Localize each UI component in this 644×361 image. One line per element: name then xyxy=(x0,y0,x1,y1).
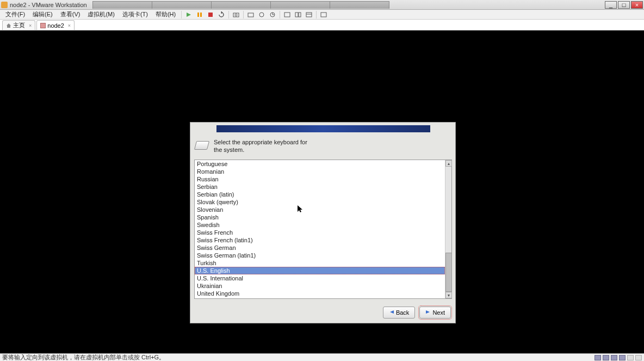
keyboard-option[interactable]: Spanish xyxy=(195,213,445,221)
bg-tab xyxy=(92,1,152,9)
keyboard-option[interactable]: Serbian xyxy=(195,183,445,191)
tabstrip: 主页 × node2 × xyxy=(0,20,644,30)
scroll-down-button[interactable]: ▼ xyxy=(445,292,452,298)
pause-icon[interactable] xyxy=(195,10,204,19)
svg-marker-18 xyxy=(426,310,430,314)
svg-rect-11 xyxy=(295,13,298,17)
keyboard-option[interactable]: Swedish xyxy=(195,221,445,229)
svg-rect-15 xyxy=(321,13,326,17)
svg-rect-12 xyxy=(299,13,301,17)
menu-vm[interactable]: 虚拟机(M) xyxy=(84,10,118,19)
keyboard-option[interactable]: Turkish xyxy=(195,259,445,267)
svg-rect-13 xyxy=(306,13,312,17)
tab-node2[interactable]: node2 × xyxy=(36,20,75,30)
keyboard-option[interactable]: Russian xyxy=(195,175,445,183)
unity-icon[interactable] xyxy=(294,10,302,19)
scroll-up-button[interactable]: ▲ xyxy=(445,160,452,167)
close-icon[interactable]: × xyxy=(29,23,32,28)
snapshot-revert-icon[interactable] xyxy=(257,10,266,19)
keyboard-option[interactable]: Slovak (qwerty) xyxy=(195,198,445,206)
menu-file[interactable]: 文件(F) xyxy=(2,10,28,19)
background-taskbar-tabs xyxy=(92,1,389,9)
tab-node2-label: node2 xyxy=(47,22,64,29)
svg-rect-10 xyxy=(284,13,290,17)
window-titlebar: node2 - VMware Workstation _ □ × xyxy=(0,0,644,10)
window-close-button[interactable]: × xyxy=(631,1,643,9)
arrow-right-icon xyxy=(425,309,431,316)
tab-home[interactable]: 主页 × xyxy=(2,20,35,30)
stop-icon[interactable] xyxy=(206,10,215,19)
installer-banner xyxy=(216,125,430,132)
svg-rect-2 xyxy=(200,13,202,17)
keyboard-option[interactable]: Portuguese xyxy=(195,160,445,168)
svg-marker-4 xyxy=(221,11,222,14)
keyboard-option[interactable]: Swiss German (latin1) xyxy=(195,252,445,259)
bg-tab xyxy=(270,1,330,9)
snapshot-manager-icon[interactable] xyxy=(268,10,277,19)
keyboard-option[interactable]: Slovenian xyxy=(195,206,445,213)
snapshot-icon[interactable] xyxy=(232,10,240,19)
window-maximize-button[interactable]: □ xyxy=(618,1,630,9)
vm-console[interactable]: Select the appropriate keyboard for the … xyxy=(0,30,644,354)
snapshot-take-icon[interactable] xyxy=(246,10,255,19)
console-view-icon[interactable] xyxy=(305,10,313,19)
tray-usb-icon[interactable] xyxy=(619,355,626,360)
keyboard-option[interactable]: Serbian (latin) xyxy=(195,191,445,198)
svg-marker-17 xyxy=(390,310,394,314)
keyboard-option[interactable]: Swiss French (latin1) xyxy=(195,236,445,244)
menu-view[interactable]: 查看(V) xyxy=(57,10,84,19)
arrow-left-icon xyxy=(389,309,394,316)
statusbar-message: 要将输入定向到该虚拟机，请在虚拟机内部单击或按 Ctrl+G。 xyxy=(2,353,165,361)
window-title: node2 - VMware Workstation xyxy=(10,2,87,8)
tray-hdd-icon[interactable] xyxy=(595,355,601,360)
keyboard-option[interactable]: U.S. International xyxy=(195,274,445,282)
fullscreen-icon[interactable] xyxy=(283,10,292,19)
tray-network-icon[interactable] xyxy=(611,355,617,360)
svg-rect-3 xyxy=(208,13,213,17)
statusbar: 要将输入定向到该虚拟机，请在虚拟机内部单击或按 Ctrl+G。 xyxy=(0,353,644,361)
tray-sound-icon[interactable] xyxy=(627,355,634,360)
home-icon xyxy=(6,23,11,28)
back-button-label: Back xyxy=(396,309,409,316)
app-icon xyxy=(1,2,8,8)
back-button[interactable]: Back xyxy=(383,307,415,319)
listbox-scrollbar[interactable]: ▲ ▼ xyxy=(445,160,451,298)
keyboard-option[interactable]: Swiss French xyxy=(195,229,445,236)
next-button-label: Next xyxy=(432,309,445,316)
restart-icon[interactable] xyxy=(217,10,226,19)
menu-edit[interactable]: 编辑(E) xyxy=(29,10,56,19)
keyboard-option[interactable]: Swiss German xyxy=(195,244,445,252)
keyboard-option[interactable]: U.S. English xyxy=(195,267,445,274)
svg-rect-7 xyxy=(248,13,253,17)
keyboard-layout-listbox[interactable]: PortugueseRomanianRussianSerbianSerbian … xyxy=(194,160,452,299)
svg-point-8 xyxy=(259,13,264,17)
menu-help[interactable]: 帮助(H) xyxy=(152,10,179,19)
keyboard-option[interactable]: Ukrainian xyxy=(195,282,445,290)
thumbnail-icon[interactable] xyxy=(319,10,328,19)
svg-marker-0 xyxy=(187,13,191,17)
vm-icon xyxy=(40,23,46,28)
installer-dialog: Select the appropriate keyboard for the … xyxy=(190,122,456,323)
keyboard-option[interactable]: United Kingdom xyxy=(195,290,445,297)
menu-tabs[interactable]: 选项卡(T) xyxy=(119,10,151,19)
tray-cd-icon[interactable] xyxy=(603,355,609,360)
bg-tab xyxy=(152,1,212,9)
svg-rect-1 xyxy=(197,13,199,17)
scrollbar-thumb[interactable] xyxy=(445,253,452,292)
menubar: 文件(F) 编辑(E) 查看(V) 虚拟机(M) 选项卡(T) 帮助(H) xyxy=(0,10,644,20)
keyboard-option[interactable]: Romanian xyxy=(195,168,445,175)
svg-point-6 xyxy=(235,14,237,16)
keyboard-icon xyxy=(194,141,209,150)
close-icon[interactable]: × xyxy=(68,23,71,28)
installer-instruction: Select the appropriate keyboard for the … xyxy=(214,139,312,154)
play-icon[interactable] xyxy=(184,10,193,19)
bg-tab xyxy=(211,1,271,9)
bg-tab xyxy=(330,1,389,9)
tray-printer-icon[interactable] xyxy=(635,355,642,360)
window-minimize-button[interactable]: _ xyxy=(605,1,617,9)
next-button[interactable]: Next xyxy=(419,307,451,319)
svg-marker-16 xyxy=(7,23,11,28)
tab-home-label: 主页 xyxy=(13,21,25,29)
